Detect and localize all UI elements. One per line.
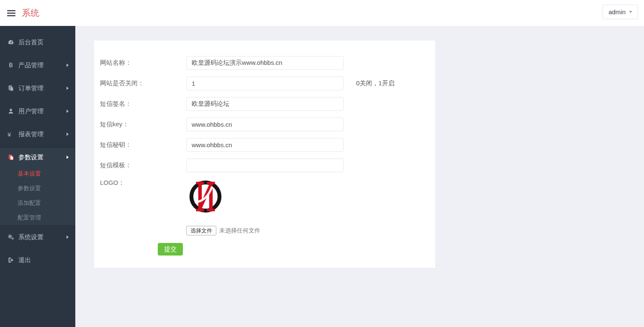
- sms-sign-input[interactable]: [186, 97, 344, 111]
- user-menu-button[interactable]: admin: [603, 5, 638, 19]
- signout-icon: [8, 257, 18, 263]
- form-row-sms-secret: 短信秘钥：: [100, 138, 435, 152]
- sidebar-item-params[interactable]: 参数设置: [0, 148, 75, 166]
- sidebar-subitem-config-manage[interactable]: 配置管理: [0, 210, 75, 225]
- sidebar-item-reports[interactable]: ¥ 报表管理: [0, 125, 75, 143]
- sidebar-subitem-label: 添加配置: [18, 199, 41, 207]
- dashboard-icon: [8, 39, 18, 46]
- field-label: 网站名称：: [100, 59, 186, 67]
- form-row-sms-sign: 短信签名：: [100, 97, 435, 111]
- sidebar-item-label: 用户管理: [18, 107, 44, 115]
- sidebar-subitem-label: 基本设置: [18, 170, 41, 178]
- sidebar-group-params: 参数设置 基本设置 参数设置 添加配置 配置管理: [0, 148, 75, 225]
- sidebar-menu: 后台首页 产品管理: [0, 26, 75, 269]
- sidebar-item-users[interactable]: 用户管理: [0, 102, 75, 120]
- yen-icon: ¥: [8, 131, 18, 138]
- sidebar-item-label: 产品管理: [18, 61, 44, 69]
- sidebar-subitem-basic-settings[interactable]: 基本设置: [0, 166, 75, 181]
- top-navbar: 系统 admin: [0, 0, 644, 26]
- chevron-right-icon: [67, 87, 69, 90]
- form-row-sms-template: 短信模板：: [100, 158, 435, 172]
- field-label: 短信秘钥：: [100, 141, 186, 149]
- sms-template-input[interactable]: [186, 158, 344, 172]
- sidebar-subitem-label: 参数设置: [18, 185, 41, 192]
- user-menu-label: admin: [608, 8, 626, 15]
- chevron-right-icon: [67, 235, 69, 239]
- field-label: LOGO：: [100, 179, 186, 187]
- sidebar-item-home[interactable]: 后台首页: [0, 33, 75, 51]
- sidebar-item-logout[interactable]: 退出: [0, 251, 75, 269]
- chevron-right-icon: [67, 64, 69, 67]
- form-row-sms-key: 短信key：: [100, 118, 435, 131]
- sidebar-subitem-add-config[interactable]: 添加配置: [0, 196, 75, 210]
- bitcoin-icon: [8, 62, 18, 69]
- menu-toggle-icon[interactable]: [6, 8, 16, 18]
- caret-down-icon: [629, 11, 632, 13]
- field-hint: 0关闭，1开启: [356, 79, 395, 87]
- file-status-text: 未选择任何文件: [219, 227, 260, 235]
- sidebar-item-orders[interactable]: 订单管理: [0, 79, 75, 97]
- site-name-input[interactable]: [186, 56, 344, 70]
- submit-button[interactable]: 提交: [158, 243, 183, 255]
- field-label: 短信key：: [100, 120, 186, 128]
- sidebar: 后台首页 产品管理: [0, 26, 75, 327]
- form-row-site-closed: 网站是否关闭： 0关闭，1开启: [100, 77, 435, 90]
- user-icon: [8, 108, 18, 115]
- chevron-right-icon: [67, 133, 69, 136]
- choose-file-button[interactable]: 选择文件: [186, 226, 216, 235]
- file-input-row: 选择文件 未选择任何文件: [186, 226, 260, 235]
- sidebar-item-label: 参数设置: [18, 153, 44, 161]
- copy-icon: [8, 85, 18, 92]
- sms-secret-input[interactable]: [186, 138, 344, 152]
- sidebar-subitem-param-settings[interactable]: 参数设置: [0, 181, 75, 196]
- chevron-right-icon: [67, 110, 69, 113]
- sidebar-item-label: 报表管理: [18, 130, 44, 138]
- site-closed-input[interactable]: [186, 77, 344, 90]
- main-content: 网站名称： 网站是否关闭： 0关闭，1开启 短信签名： 短信key： 短信秘钥：: [75, 26, 644, 327]
- field-label: 短信签名：: [100, 100, 186, 108]
- sidebar-item-system[interactable]: 系统设置: [0, 228, 75, 246]
- form-row-logo: LOGO：: [100, 179, 435, 235]
- field-label: 短信模板：: [100, 161, 186, 169]
- file-red-icon: [8, 154, 18, 161]
- brand-title[interactable]: 系统: [22, 7, 39, 19]
- gears-icon: [8, 234, 18, 240]
- sidebar-item-products[interactable]: 产品管理: [0, 56, 75, 74]
- field-label: 网站是否关闭：: [100, 79, 186, 87]
- settings-form-card: 网站名称： 网站是否关闭： 0关闭，1开启 短信签名： 短信key： 短信秘钥：: [94, 41, 435, 268]
- sidebar-submenu: 基本设置 参数设置 添加配置 配置管理: [0, 166, 75, 225]
- sidebar-item-label: 后台首页: [18, 38, 44, 46]
- sidebar-subitem-label: 配置管理: [18, 214, 41, 222]
- sms-key-input[interactable]: [186, 118, 344, 131]
- logo-image: [188, 179, 223, 214]
- sidebar-item-label: 订单管理: [18, 84, 44, 92]
- sidebar-item-label: 系统设置: [18, 233, 44, 241]
- chevron-right-icon: [67, 156, 69, 159]
- form-row-site-name: 网站名称：: [100, 56, 435, 70]
- sidebar-item-label: 退出: [18, 256, 31, 264]
